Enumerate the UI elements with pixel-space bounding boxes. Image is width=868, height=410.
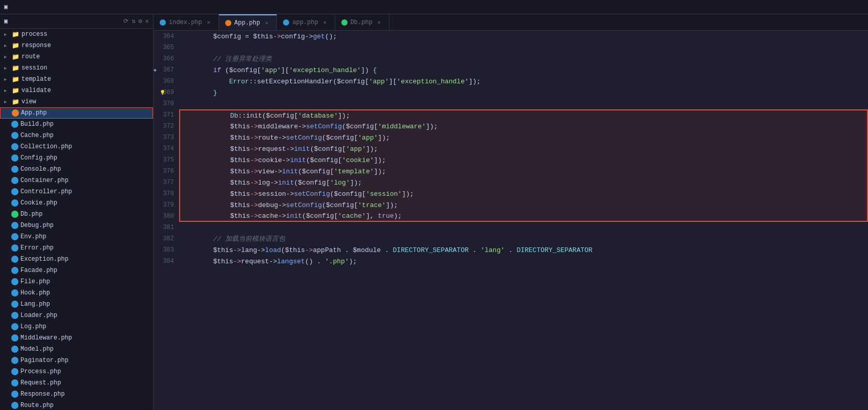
tab-app.php[interactable]: app.php ✕ xyxy=(277,14,335,30)
code-text-384: $this->request->langset() . '.php'); xyxy=(181,258,357,265)
arrow-icon: ▶ xyxy=(4,54,11,60)
item-label: Loader.php xyxy=(20,312,57,319)
folder-icon: 📁 xyxy=(11,64,19,72)
code-line-367: if ($config['app']['exception_handle']) … xyxy=(179,64,868,76)
line-number-375: 375 xyxy=(163,156,177,164)
gutter-line-373: 373 xyxy=(154,132,177,143)
sidebar-item-Route.php[interactable]: ▶ Route.php xyxy=(0,400,153,410)
sidebar-item-Config.php[interactable]: ▶ Config.php xyxy=(0,152,153,164)
code-text-371: Db::init($config['database']); xyxy=(182,112,350,120)
code-text-375: $this->cookie->init($config['cookie']); xyxy=(182,156,386,164)
sidebar-item-Collection.php[interactable]: ▶ Collection.php xyxy=(0,141,153,152)
php-icon xyxy=(11,267,18,274)
item-label: Debug.php xyxy=(20,222,54,229)
code-line-380: $this->cache->init($config['cache'], tru… xyxy=(179,211,868,222)
sidebar-item-session[interactable]: ▶ 📁 session xyxy=(0,62,153,74)
tab-close-btn[interactable]: ✕ xyxy=(376,19,383,26)
line-number-364: 364 xyxy=(163,33,177,40)
line-gutter: 364365366◈367368💡36937037137237337437537… xyxy=(154,31,179,410)
tab-close-btn[interactable]: ✕ xyxy=(321,19,329,26)
sidebar-item-Debug.php[interactable]: ▶ Debug.php xyxy=(0,220,153,231)
code-text-366: // 注册异常处理类 xyxy=(181,54,272,63)
gutter-line-379: 379 xyxy=(154,199,177,211)
sidebar-item-Request.php[interactable]: ▶ Request.php xyxy=(0,377,153,389)
sidebar-item-Model.php[interactable]: ▶ Model.php xyxy=(0,344,153,355)
sidebar-item-Container.php[interactable]: ▶ Container.php xyxy=(0,175,153,186)
sidebar-item-Cookie.php[interactable]: ▶ Cookie.php xyxy=(0,197,153,209)
code-text-369: } xyxy=(181,89,217,97)
php-icon xyxy=(11,391,18,398)
arrow-icon: ▶ xyxy=(4,77,11,82)
gutter-line-378: 378 xyxy=(154,188,177,199)
sidebar: ▣ ⟳ ⇅ ⚙ ✕ ▶ 📁 process ▶ 📁 response ▶ 📁 r… xyxy=(0,14,154,410)
tab-index.php[interactable]: index.php ✕ xyxy=(154,14,219,30)
item-label: Db.php xyxy=(20,211,42,218)
sidebar-item-Db.php[interactable]: ▶ Db.php xyxy=(0,209,153,220)
sidebar-item-Loader.php[interactable]: ▶ Loader.php xyxy=(0,310,153,321)
php-icon xyxy=(11,166,18,173)
gutter-line-383: 383 xyxy=(154,244,177,256)
php-icon xyxy=(11,177,18,184)
folder-icon: 📁 xyxy=(11,53,19,61)
editor-wrapper: 364365366◈367368💡36937037137237337437537… xyxy=(154,31,868,410)
php-icon xyxy=(11,368,18,375)
collapse-icon[interactable]: ⇅ xyxy=(132,17,135,25)
sidebar-item-Console.php[interactable]: ▶ Console.php xyxy=(0,164,153,175)
item-label: Facade.php xyxy=(20,267,57,274)
line-number-377: 377 xyxy=(163,179,177,186)
sidebar-item-Controller.php[interactable]: ▶ Controller.php xyxy=(0,186,153,197)
tab-close-btn[interactable]: ✕ xyxy=(263,20,270,26)
sidebar-item-App.php[interactable]: ▶ App.php xyxy=(0,107,153,119)
tab-Db.php[interactable]: Db.php ✕ xyxy=(335,14,389,30)
tab-label: app.php xyxy=(292,19,318,26)
settings-icon[interactable]: ⚙ xyxy=(139,17,142,25)
sidebar-item-Paginator.php[interactable]: ▶ Paginator.php xyxy=(0,355,153,366)
line-number-370: 370 xyxy=(163,100,177,107)
line-number-372: 372 xyxy=(163,123,177,130)
sidebar-item-Error.php[interactable]: ▶ Error.php xyxy=(0,242,153,254)
folder-icon: 📁 xyxy=(11,30,19,38)
sidebar-actions: ⟳ ⇅ ⚙ ✕ xyxy=(123,17,149,25)
sidebar-item-Cache.php[interactable]: ▶ Cache.php xyxy=(0,130,153,141)
code-text-382: // 加载当前模块语言包 xyxy=(181,234,285,243)
sidebar-item-Lang.php[interactable]: ▶ Lang.php xyxy=(0,299,153,310)
sidebar-item-Log.php[interactable]: ▶ Log.php xyxy=(0,321,153,332)
code-line-366: // 注册异常处理类 xyxy=(179,53,868,64)
sidebar-item-Hook.php[interactable]: ▶ Hook.php xyxy=(0,287,153,299)
close-icon[interactable]: ✕ xyxy=(145,17,149,25)
tab-App.php[interactable]: App.php ✕ xyxy=(219,14,277,30)
sidebar-item-File.php[interactable]: ▶ File.php xyxy=(0,276,153,287)
tab-close-btn[interactable]: ✕ xyxy=(205,19,212,26)
sidebar-item-Middleware.php[interactable]: ▶ Middleware.php xyxy=(0,332,153,344)
item-label: Paginator.php xyxy=(20,357,69,364)
php-icon xyxy=(11,211,18,218)
sidebar-item-process[interactable]: ▶ 📁 process xyxy=(0,29,153,40)
php-icon xyxy=(11,244,18,252)
sidebar-item-validate[interactable]: ▶ 📁 validate xyxy=(0,85,153,96)
code-line-382: // 加载当前模块语言包 xyxy=(179,233,868,244)
sidebar-item-view[interactable]: ▶ 📁 view xyxy=(0,96,153,107)
gutter-line-364: 364 xyxy=(154,31,177,42)
sync-icon[interactable]: ⟳ xyxy=(123,17,128,25)
sidebar-item-Env.php[interactable]: ▶ Env.php xyxy=(0,231,153,242)
code-line-371: Db::init($config['database']); xyxy=(179,109,868,121)
php-icon xyxy=(11,334,18,341)
sidebar-item-response[interactable]: ▶ 📁 response xyxy=(0,40,153,51)
sidebar-item-Process.php[interactable]: ▶ Process.php xyxy=(0,366,153,377)
gutter-line-384: 384 xyxy=(154,256,177,267)
tab-label: App.php xyxy=(234,19,260,27)
item-label: response xyxy=(21,42,51,49)
code-text-372: $this->middleware->setConfig($config['mi… xyxy=(182,123,438,130)
sidebar-item-route[interactable]: ▶ 📁 route xyxy=(0,51,153,62)
sidebar-item-Facade.php[interactable]: ▶ Facade.php xyxy=(0,265,153,276)
sidebar-item-template[interactable]: ▶ 📁 template xyxy=(0,74,153,85)
code-line-370 xyxy=(179,98,868,109)
sidebar-item-Exception.php[interactable]: ▶ Exception.php xyxy=(0,254,153,265)
sidebar-item-Response.php[interactable]: ▶ Response.php xyxy=(0,389,153,400)
code-line-378: $this->session->setConfig($config['sessi… xyxy=(179,188,868,199)
sidebar-item-Build.php[interactable]: ▶ Build.php xyxy=(0,119,153,130)
code-line-381 xyxy=(179,222,868,233)
item-label: view xyxy=(21,98,36,105)
item-label: Error.php xyxy=(20,244,54,252)
arrow-icon: ▶ xyxy=(4,43,11,49)
